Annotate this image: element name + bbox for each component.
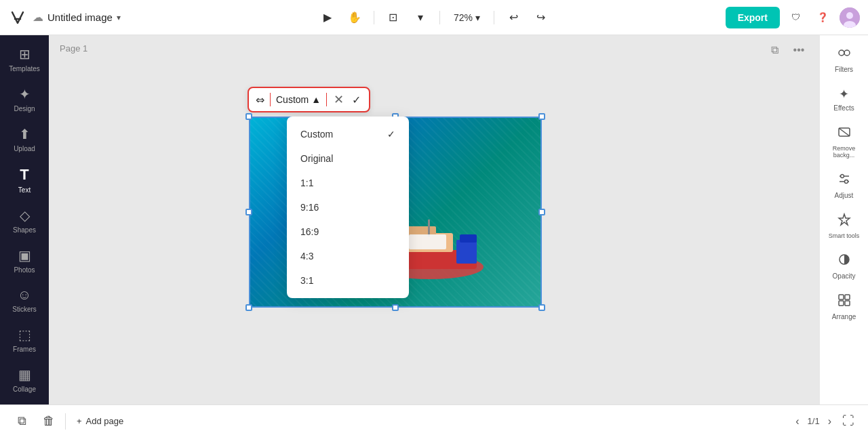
sidebar-item-text[interactable]: T Text [3,161,46,199]
crop-option-original[interactable]: Original [287,146,409,171]
svg-rect-8 [460,234,477,243]
divider2 [439,11,440,24]
right-item-adjust[interactable]: Adjust [823,167,866,205]
handle-top-right[interactable] [538,113,545,120]
sidebar-item-photos[interactable]: ▣ Photos [3,242,46,279]
crop-confirm-button[interactable]: ✓ [351,92,362,108]
right-item-effects[interactable]: ✦ Effects [823,81,866,117]
crop-ratio-select[interactable]: Custom ▲ [276,94,321,105]
add-page-icon: + [77,416,82,426]
main-layout: ⊞ Templates ✦ Design ⬆ Upload T Text ◇ S… [0,35,868,404]
sidebar-item-frames[interactable]: ⬚ Frames [3,321,46,358]
page-label: Page 1 [60,43,87,54]
page-counter: 1/1 [808,416,820,426]
right-label-smart-tools: Smart tools [829,232,860,239]
undo-button[interactable]: ↩ [502,7,524,28]
redo-button[interactable]: ↪ [530,7,551,28]
prev-page-button[interactable]: ‹ [793,413,802,430]
add-page-button[interactable]: + Add page [71,413,129,429]
page-actions: ⧉ ••• [765,41,808,60]
crop-option-4-3[interactable]: 4:3 [287,244,409,268]
handle-bottom-center[interactable] [392,304,399,311]
sidebar-label-photos: Photos [14,266,35,274]
canvas-image-wrapper[interactable]: ⇔ Custom ▲ ✕ ✓ Custom ✓ Original [249,117,542,308]
crop-option-3-1[interactable]: 3:1 [287,268,409,293]
document-title[interactable]: Untitled image [47,12,113,23]
sidebar-item-stickers[interactable]: ☺ Stickers [3,282,46,318]
right-item-arrange[interactable]: Arrange [823,288,866,326]
svg-point-11 [839,50,844,56]
avatar[interactable] [840,7,860,28]
crop-toolbar-divider [270,93,271,106]
crop-option-9-16[interactable]: 9:16 [287,195,409,220]
sidebar-item-design[interactable]: ✦ Design [3,81,46,118]
svg-point-18 [844,180,848,184]
resize-chevron[interactable]: ▾ [410,7,431,28]
crop-ratio-chevron-icon: ▲ [311,94,321,105]
crop-option-1-1-label: 1:1 [300,178,313,188]
title-chevron-icon[interactable]: ▾ [117,13,121,22]
sidebar-item-templates[interactable]: ⊞ Templates [3,41,46,78]
shield-icon-button[interactable]: 🛡 [785,7,807,28]
right-item-smart-tools[interactable]: Smart tools [823,207,866,245]
handle-bottom-right[interactable] [538,304,545,311]
stickers-icon: ☺ [18,287,31,303]
export-button[interactable]: Export [726,7,780,28]
crop-option-3-1-label: 3:1 [300,275,313,286]
next-page-button[interactable]: › [825,413,834,430]
right-item-opacity[interactable]: Opacity [823,247,866,285]
svg-rect-22 [845,295,850,299]
right-label-filters: Filters [835,66,853,73]
svg-rect-23 [839,301,844,306]
remove-bg-icon [837,125,851,142]
crop-option-custom-label: Custom [300,129,333,140]
crop-option-custom[interactable]: Custom ✓ [287,122,409,146]
crop-toolbar-divider2 [326,93,327,106]
right-item-remove-bg[interactable]: Remove backg... [823,120,866,164]
crop-option-9-16-label: 9:16 [300,202,319,213]
sidebar-label-shapes: Shapes [13,226,36,234]
topbar-center-controls: ▶ ✋ ⊡ ▾ 72% ▾ ↩ ↪ [317,7,551,28]
left-sidebar: ⊞ Templates ✦ Design ⬆ Upload T Text ◇ S… [0,35,49,404]
svg-point-1 [846,12,853,19]
sidebar-item-collage[interactable]: ▦ Collage [3,361,46,398]
handle-top-left[interactable] [245,113,252,120]
page-copy-button[interactable]: ⧉ [765,41,784,60]
crop-option-1-1[interactable]: 1:1 [287,171,409,195]
fullscreen-button[interactable]: ⛶ [840,411,857,431]
right-item-filters[interactable]: Filters [823,41,866,79]
right-label-arrange: Arrange [832,313,856,320]
zoom-control[interactable]: 72% ▾ [448,9,486,26]
handle-middle-right[interactable] [538,209,545,215]
sidebar-label-collage: Collage [13,386,36,393]
crop-option-16-9-label: 16:9 [300,226,319,237]
topbar-right: Export 🛡 ❓ [726,7,860,28]
zoom-chevron-icon: ▾ [475,12,480,23]
crop-ratio-label: Custom [276,94,309,105]
copy-page-button[interactable]: ⧉ [11,411,33,432]
svg-marker-19 [839,214,850,225]
handle-bottom-left[interactable] [245,304,252,311]
design-icon: ✦ [19,86,31,102]
crop-cancel-button[interactable]: ✕ [332,91,345,108]
hand-tool-button[interactable]: ✋ [344,7,366,28]
crop-option-16-9[interactable]: 16:9 [287,220,409,244]
topbar: ☁ Untitled image ▾ ▶ ✋ ⊡ ▾ 72% ▾ ↩ ↪ Exp… [0,0,868,35]
sidebar-item-shapes[interactable]: ◇ Shapes [3,202,46,239]
handle-middle-left[interactable] [245,209,252,215]
help-button[interactable]: ❓ [812,7,834,28]
resize-button[interactable]: ⊡ [382,7,404,28]
frames-icon: ⬚ [18,327,31,343]
sidebar-label-templates: Templates [9,65,40,72]
filters-icon [837,46,851,63]
page-more-button[interactable]: ••• [789,41,808,60]
sidebar-item-upload[interactable]: ⬆ Upload [3,121,46,158]
crop-option-original-label: Original [300,153,333,164]
pointer-tool-button[interactable]: ▶ [317,7,338,28]
templates-icon: ⊞ [19,46,31,62]
svg-point-12 [844,50,850,56]
delete-page-button[interactable]: 🗑 [38,411,60,432]
sidebar-label-stickers: Stickers [12,306,37,313]
canvas-area[interactable]: Page 1 ⧉ ••• ⇔ Custom ▲ ✕ ✓ Cust [49,35,819,404]
crop-option-custom-check: ✓ [387,129,395,140]
